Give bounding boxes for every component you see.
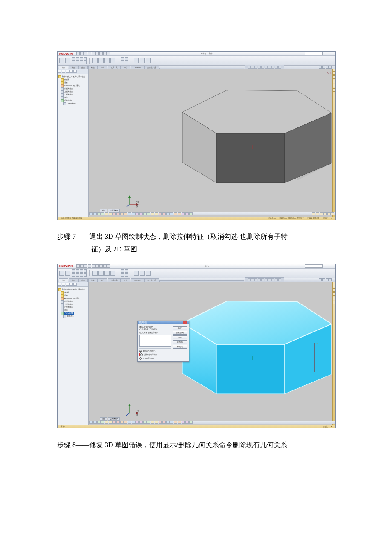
tab-surface[interactable]: 曲面 (78, 66, 88, 69)
graphics-viewport[interactable]: ⟲ ✕ (89, 69, 335, 217)
tab-sheetmetal[interactable]: 钣金 (88, 66, 98, 69)
tab-features[interactable]: 特征 (59, 66, 68, 69)
title-bar: SOLIDWORKS 3D草图1 * 零件4 * (58, 52, 335, 56)
tree-item[interactable]: 原点 (64, 96, 68, 99)
step-8-text: 步骤 8——修复 3D 草图错误，使用显示/删除几何关系命令删除现有几何关系 (57, 439, 335, 451)
dialog-title: 确认删除 (139, 321, 147, 324)
triad-label: *等轴测 (136, 201, 140, 208)
no-button[interactable]: 否(N) (173, 335, 187, 339)
dialog-msg2: 以及所有的相关项目: (139, 332, 171, 334)
tab-moldtools[interactable]: 模具工具 (108, 278, 121, 282)
command-search-input[interactable] (305, 264, 323, 268)
tree-item[interactable]: 3D草图1 (67, 315, 74, 318)
feature-manager-panel[interactable]: 零件4 (默认<<默认>_显示状态 传感器 注解 AISI 4340 钢，退火 … (58, 282, 89, 425)
tree-item-selected[interactable]: 凸台-拉伸1 (64, 312, 74, 315)
close-icon[interactable]: X (183, 321, 187, 324)
quick-access-toolbar[interactable] (76, 52, 110, 55)
command-search-input[interactable] (305, 52, 323, 55)
svg-marker-11 (128, 195, 131, 198)
orientation-triad[interactable]: *等轴测 (125, 194, 140, 207)
tab-moldtools[interactable]: 模具工具 (108, 66, 121, 69)
tree-item[interactable]: 右视基准面 (64, 306, 73, 309)
tree-item[interactable]: 前视基准面 (64, 300, 73, 303)
title-bar: SOLIDWORKS 零件4 * (58, 264, 335, 269)
quick-access-toolbar[interactable] (76, 264, 110, 268)
tab-office[interactable]: 办公室产品 (144, 66, 159, 69)
doc-title: 3D草图1 * 零件4 * (201, 52, 214, 55)
heads-up-view-toolbar[interactable] (245, 65, 284, 69)
orientation-triad[interactable]: *等轴测 (125, 403, 140, 416)
status-units[interactable]: 自定义 (321, 217, 329, 219)
graphics-viewport[interactable]: ⚠ 确认删除 X 删除下列项吗? 凸台-拉伸1 ( 特征 ) 以及所有的相关项目… (89, 282, 335, 425)
tab-evaluate[interactable]: 评估 (121, 66, 130, 69)
feature-tree[interactable]: 零件4 (默认<<默认>_显示状态 传感器 注解 AISI 4340 钢，退火 … (58, 287, 88, 319)
tab-sketch[interactable]: 草图 (69, 278, 78, 282)
tab-sheetmetal[interactable]: 钣金 (88, 278, 98, 282)
status-left: 添加几何关系 边线 收集项目 (59, 217, 84, 219)
tab-weldments[interactable]: 焊件 (98, 278, 107, 282)
tab-dimxpert[interactable]: DimXpert (131, 66, 144, 69)
feature-manager-tabs[interactable] (58, 282, 88, 287)
tree-item[interactable]: 右视基准面 (64, 93, 73, 96)
figure-2: SOLIDWORKS 零件4 * (57, 264, 336, 428)
tree-item[interactable]: 前视基准面 (64, 87, 73, 90)
warning-icon: ⚠ (316, 342, 318, 344)
tree-item[interactable]: 传感器 (64, 291, 69, 294)
feature-manager-panel[interactable]: 零件4 (默认<<默认>_显示状态 传感器 注解 AISI 4340 钢，退火 … (58, 69, 89, 217)
svg-line-21 (126, 413, 130, 416)
triad-label: *等轴测 (136, 410, 140, 416)
tree-item[interactable]: 注解 (64, 81, 68, 84)
figure-1: SOLIDWORKS 3D草图1 * 零件4 * (57, 51, 336, 220)
tab-office[interactable]: 办公室产品 (144, 278, 159, 282)
cancel-button[interactable]: 取消(C) (173, 340, 187, 344)
motion-toolbar[interactable] (89, 212, 335, 215)
tab-surface[interactable]: 曲面 (78, 278, 88, 282)
yes-button[interactable]: 是(Y) (173, 326, 187, 330)
mdi-window-controls[interactable] (319, 66, 332, 69)
status-menu[interactable]: ▾ (329, 217, 334, 219)
yes-all-button[interactable]: 全部是(A) (173, 331, 187, 335)
doc-bottom-tabs[interactable]: 模型 运动算例1 (89, 417, 120, 421)
tab-model[interactable]: 模型 (100, 417, 107, 421)
tab-sketch[interactable]: 草图 (69, 66, 78, 69)
tree-item[interactable]: 传感器 (64, 78, 69, 81)
tree-item[interactable]: AISI 4340 钢，退火 (64, 84, 80, 87)
dependents-listbox[interactable] (139, 335, 171, 347)
status-bar: 添加几何关系 边线 收集项目 250.8mm 182.89mm -886.53m… (58, 217, 335, 220)
tree-item[interactable]: 原点 (64, 309, 68, 312)
tab-motion[interactable]: 运动算例1 (108, 417, 120, 421)
tab-features[interactable]: 特征 (59, 278, 68, 282)
tree-item[interactable]: AISI 4340 钢，退火 (64, 297, 80, 300)
opt-delete-absorbed[interactable]: 删除内含特征(F) (139, 350, 171, 353)
tree-item[interactable]: (-) 3D草图1 (67, 102, 76, 105)
tab-weldments[interactable]: 焊件 (98, 66, 107, 69)
help-button[interactable]: 帮助(H) (173, 345, 187, 349)
hexagonal-extrude-body (161, 74, 344, 202)
tree-item[interactable]: 上视基准面 (64, 90, 73, 93)
status-coord-b: 182.89mm -886.53mm 完全定义 (277, 217, 305, 219)
tab-evaluate[interactable]: 评估 (121, 278, 130, 282)
motion-toolbar[interactable] (89, 421, 335, 424)
mdi-window-controls[interactable] (319, 278, 332, 281)
tree-item[interactable]: 上视基准面 (64, 303, 73, 306)
svg-line-10 (126, 205, 130, 207)
heads-up-view-toolbar[interactable] (245, 278, 284, 282)
feature-tree[interactable]: 零件4 (默认<<默认>_显示状态 传感器 注解 AISI 4340 钢，退火 … (58, 74, 88, 107)
tree-item[interactable]: 凸台-拉伸1 (64, 99, 73, 102)
tree-root[interactable]: 零件4 (默认<<默认>_显示状态 (62, 288, 85, 291)
status-menu[interactable]: ▾ (329, 425, 334, 428)
tab-dimxpert[interactable]: DimXpert (131, 278, 144, 282)
doc-bottom-tabs[interactable]: 模型 运动算例1 (89, 209, 120, 212)
command-manager-tabs[interactable]: 特征 草图 曲面 钣金 焊件 模具工具 评估 DimXpert 办公室产品 (58, 66, 335, 69)
opt-dont-show-again[interactable]: 不要再显示(D) (139, 357, 171, 360)
feature-manager-tabs[interactable] (58, 69, 88, 74)
tree-root[interactable]: 零件4 (默认<<默认>_显示状态 (62, 75, 85, 78)
opt-delete-children[interactable]: 也删除所有子特征 (139, 353, 158, 357)
command-manager-tabs[interactable]: 特征 草图 曲面 钣金 焊件 模具工具 评估 DimXpert 办公室产品 (58, 278, 335, 282)
confirm-delete-dialog[interactable]: 确认删除 X 删除下列项吗? 凸台-拉伸1 ( 特征 ) 以及所有的相关项目: … (137, 321, 189, 362)
tab-model[interactable]: 模型 (100, 209, 107, 212)
status-units[interactable]: 自定义 (321, 425, 329, 428)
tab-motion[interactable]: 运动算例1 (108, 209, 120, 212)
tree-item[interactable]: 注解 (64, 294, 68, 297)
step-7-text: 步骤 7——退出 3D 草图绘制状态，删除拉伸特征（取消勾选-也删除所有子特 征… (57, 230, 335, 256)
